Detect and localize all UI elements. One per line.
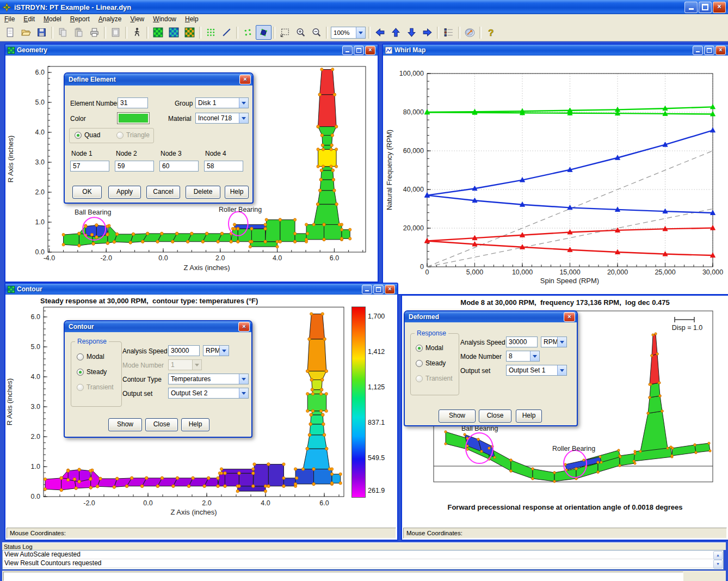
radio-icon[interactable] — [77, 353, 84, 360]
radio-quad[interactable]: Quad — [75, 131, 100, 139]
output-set-select[interactable]: Output Set 1 — [506, 365, 567, 376]
cancel-button[interactable]: Cancel — [146, 186, 180, 199]
whirl-map-plot[interactable]: 05,00010,00015,00020,00025,00030,000020,… — [383, 56, 726, 292]
close-button[interactable]: × — [713, 2, 726, 13]
whirl-map-title-bar[interactable]: Whirl Map × — [383, 45, 728, 56]
mesh-shear-icon[interactable] — [166, 25, 182, 40]
speed-unit-select[interactable]: RPM — [203, 345, 229, 356]
element-number-field[interactable] — [118, 97, 148, 108]
mesh-element[interactable] — [280, 220, 295, 242]
apply-button[interactable]: Apply — [108, 186, 141, 199]
menu-view[interactable]: View — [126, 15, 149, 23]
mesh-element[interactable] — [342, 230, 350, 239]
close-icon[interactable]: × — [239, 75, 251, 84]
analysis-speed-field[interactable] — [168, 345, 200, 356]
minimize-icon[interactable] — [342, 46, 353, 55]
node2-field[interactable] — [115, 161, 154, 172]
node4-field[interactable] — [204, 161, 243, 172]
geometry-title-bar[interactable]: Geometry × — [5, 45, 378, 56]
chevron-down-icon[interactable] — [219, 346, 229, 356]
app-title-bar[interactable]: iSTRDYN: PT Example - Linear.dyn × — [0, 0, 728, 14]
mesh-element[interactable] — [318, 95, 337, 127]
mesh-hex-icon[interactable] — [182, 25, 198, 40]
menu-file[interactable]: File — [0, 15, 19, 23]
analysis-speed-field[interactable] — [506, 337, 538, 347]
chevron-down-icon[interactable] — [239, 113, 248, 123]
close-icon[interactable]: × — [365, 46, 375, 55]
chevron-down-icon[interactable] — [239, 388, 248, 398]
contour-type-select[interactable]: Temperatures — [168, 374, 249, 384]
mesh-element[interactable] — [322, 136, 332, 145]
minimize-icon[interactable] — [362, 285, 372, 294]
mesh-element[interactable] — [250, 242, 277, 247]
color-swatch[interactable] — [118, 113, 149, 124]
pan-up-icon[interactable] — [388, 25, 404, 40]
radio-modal[interactable]: Modal — [416, 344, 443, 352]
mesh-element[interactable] — [321, 170, 334, 180]
menu-analyze[interactable]: Analyze — [94, 15, 126, 23]
maximize-button[interactable] — [699, 2, 712, 13]
mesh-element[interactable] — [314, 204, 340, 224]
zoom-out-icon[interactable] — [309, 25, 324, 40]
output-sets-icon[interactable] — [441, 25, 456, 40]
scroll-down-icon[interactable]: ▼ — [713, 560, 723, 568]
zoom-window-icon[interactable] — [277, 25, 293, 40]
help-icon[interactable]: ? — [483, 25, 499, 40]
report-icon[interactable] — [108, 25, 124, 40]
chevron-down-icon[interactable] — [356, 27, 365, 38]
maximize-icon[interactable] — [704, 46, 714, 55]
show-button[interactable]: Show — [108, 418, 142, 431]
zoom-in-icon[interactable] — [293, 25, 309, 40]
ok-button[interactable]: OK — [72, 186, 102, 199]
chevron-down-icon[interactable] — [557, 337, 566, 347]
mesh-element[interactable] — [64, 234, 79, 246]
deformed-dialog-title-bar[interactable]: Deformed × — [405, 311, 577, 322]
status-log-scrollbar[interactable]: ▲ ▼ — [713, 551, 723, 568]
scroll-up-icon[interactable]: ▲ — [713, 551, 723, 560]
menu-model[interactable]: Model — [39, 15, 66, 23]
radio-steady[interactable]: Steady — [416, 359, 446, 367]
minimize-button[interactable] — [684, 2, 698, 13]
close-icon[interactable]: × — [385, 285, 395, 294]
mesh-element[interactable] — [324, 224, 342, 240]
menu-help[interactable]: Help — [181, 15, 203, 23]
pan-down-icon[interactable] — [404, 25, 419, 40]
delete-button[interactable]: Delete — [186, 186, 220, 199]
help-button[interactable]: Help — [516, 409, 542, 423]
close-icon[interactable]: × — [715, 46, 726, 55]
open-file-icon[interactable] — [18, 25, 34, 40]
paste-icon[interactable] — [71, 25, 87, 40]
group-select[interactable]: Disk 1 — [195, 97, 249, 108]
contour-title-bar[interactable]: Contour × — [5, 284, 397, 295]
compass-icon[interactable] — [462, 25, 478, 40]
chevron-down-icon[interactable] — [530, 351, 539, 361]
node-points-icon[interactable] — [203, 25, 219, 40]
save-icon[interactable] — [34, 25, 50, 40]
chevron-down-icon[interactable] — [239, 374, 248, 384]
zoom-level-select[interactable]: 100% — [331, 27, 366, 39]
mesh-element[interactable] — [251, 229, 265, 242]
radio-icon[interactable] — [75, 132, 82, 139]
speed-unit-select[interactable]: RPM — [541, 337, 567, 347]
mesh-element[interactable] — [320, 180, 334, 191]
pan-right-icon[interactable] — [419, 25, 435, 40]
menu-window[interactable]: Window — [149, 15, 181, 23]
contour-dialog-title-bar[interactable]: Contour × — [65, 321, 251, 332]
status-log[interactable]: View AutoScale requestedView Result Coun… — [2, 550, 724, 570]
node3-field[interactable] — [159, 161, 199, 172]
help-button[interactable]: Help — [225, 186, 249, 199]
output-set-select[interactable]: Output Set 2 — [168, 388, 249, 399]
show-button[interactable]: Show — [439, 409, 476, 423]
maximize-icon[interactable] — [373, 285, 384, 294]
close-button[interactable]: Close — [479, 409, 511, 423]
new-document-icon[interactable] — [2, 25, 18, 40]
show-points-toggle-icon[interactable] — [240, 25, 256, 40]
define-element-title-bar[interactable]: Define Element × — [65, 74, 252, 85]
close-button[interactable]: Close — [145, 418, 178, 431]
print-icon[interactable] — [87, 25, 102, 40]
radio-modal[interactable]: Modal — [77, 353, 104, 360]
menu-report[interactable]: Report — [66, 15, 94, 23]
mesh-element[interactable] — [306, 224, 324, 240]
menu-edit[interactable]: Edit — [19, 15, 39, 23]
radio-icon[interactable] — [416, 345, 423, 352]
